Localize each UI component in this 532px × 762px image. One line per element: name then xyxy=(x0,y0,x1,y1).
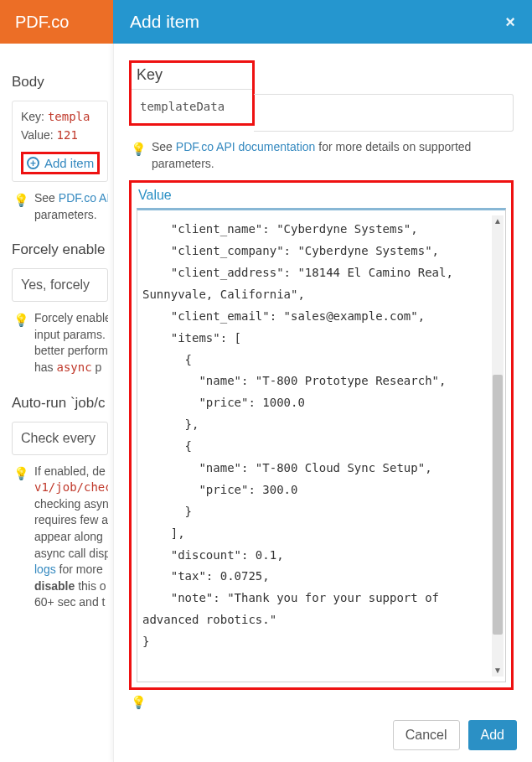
logs-link[interactable]: logs xyxy=(34,562,56,576)
forcely-select[interactable]: Yes, forcely xyxy=(12,268,108,302)
value-content[interactable]: "client_name": "Cyberdyne Systems", "cli… xyxy=(137,210,505,682)
key-input[interactable]: templateData xyxy=(132,89,252,123)
key-highlight: Key templateData xyxy=(129,60,255,126)
plus-circle-icon: + xyxy=(27,157,39,169)
cancel-button[interactable]: Cancel xyxy=(393,720,460,750)
bulb-icon: 💡 xyxy=(131,140,147,158)
tip-forcely: 💡 Forcely enable input params. better pe… xyxy=(13,310,108,376)
scroll-thumb[interactable] xyxy=(493,375,503,635)
section-body-title: Body xyxy=(12,74,108,91)
modal-titlebar: Add item × xyxy=(113,0,532,44)
bulb-icon: 💡 xyxy=(13,464,29,482)
scrollbar[interactable]: ▲ ▼ xyxy=(492,215,504,676)
tip-autorun: 💡 If enabled, de v1/job/chec checking as… xyxy=(13,464,108,611)
add-button[interactable]: Add xyxy=(468,720,517,750)
tip-api-docs: 💡 See PDF.co AP parameters. xyxy=(13,190,108,223)
modal-title: Add item xyxy=(130,12,199,32)
add-item-highlight: + Add item xyxy=(21,152,100,174)
modal-body: Key templateData 💡 See PDF.co API docume… xyxy=(113,44,532,762)
key-label: Key xyxy=(132,63,252,89)
body-item-box: Key: templa Value: 121 + Add item xyxy=(12,101,108,182)
api-docs-link-left[interactable]: PDF.co AP xyxy=(59,191,108,205)
bulb-icon: 💡 xyxy=(13,311,29,329)
section-forcely-title: Forcely enable ` xyxy=(12,241,108,258)
brand-logo: PDF.co xyxy=(0,0,113,44)
add-item-label: Add item xyxy=(44,156,94,170)
close-icon[interactable]: × xyxy=(505,13,515,32)
autorun-select[interactable]: Check every xyxy=(12,422,108,455)
value-highlight: Value "client_name": "Cyberdyne Systems"… xyxy=(129,180,514,690)
bulb-icon: 💡 xyxy=(131,695,147,709)
background-panel: Body Key: templa Value: 121 + Add item 💡… xyxy=(0,44,113,762)
add-item-button[interactable]: + Add item xyxy=(27,156,94,170)
modal-footer: Cancel Add xyxy=(129,710,532,762)
tip-modal-docs: 💡 See PDF.co API documentation for more … xyxy=(131,139,514,172)
api-docs-link[interactable]: PDF.co API documentation xyxy=(176,140,316,153)
kv-key-line: Key: templa xyxy=(21,110,101,123)
value-textarea[interactable]: "client_name": "Cyberdyne Systems", "cli… xyxy=(137,208,506,682)
section-autorun-title: Auto-run `job/c xyxy=(12,395,108,412)
value-label: Value xyxy=(137,186,506,208)
bulb-icon: 💡 xyxy=(13,191,29,209)
kv-value-line: Value: 121 xyxy=(21,128,101,142)
scroll-down-icon[interactable]: ▼ xyxy=(492,665,504,676)
scroll-up-icon[interactable]: ▲ xyxy=(492,215,504,227)
